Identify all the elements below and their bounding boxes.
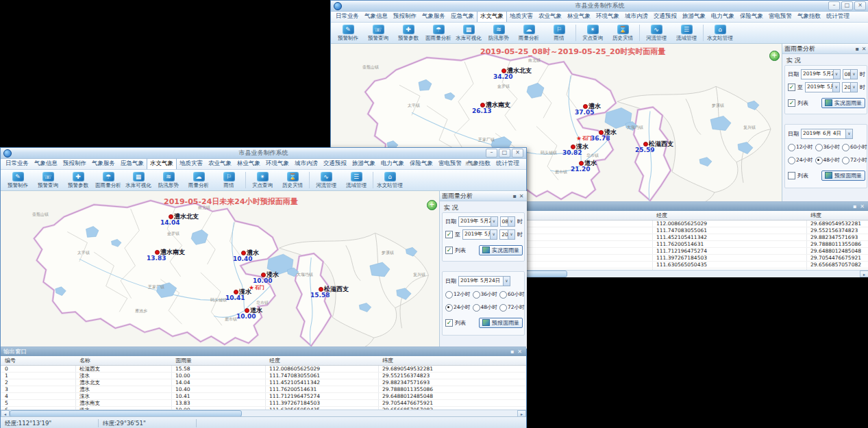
forecast-date-select[interactable]: 2019年 5月24日∨ — [458, 276, 510, 286]
table-row[interactable]: 1溇水10.00111.74708305506129.552156374823 — [1, 373, 526, 379]
toolbar-button-1[interactable]: ✎预警制作 — [333, 25, 363, 42]
start-hour-select[interactable]: 08∨ — [843, 69, 858, 79]
tab-6[interactable]: 水文气象 — [477, 12, 507, 22]
tab-12[interactable]: 交通预报 — [651, 12, 680, 22]
map-layer-button[interactable]: + — [427, 200, 437, 210]
toolbar-button-5[interactable]: ▦水库可视化 — [123, 172, 153, 189]
toolbar-button-9[interactable]: ✴灾点查询 — [247, 172, 277, 189]
end-hour-select[interactable]: 20∨ — [499, 229, 515, 240]
tab-15[interactable]: 保险气象 — [737, 12, 766, 22]
toolbar-button-6[interactable]: ≋防汛形势 — [484, 25, 514, 42]
list-checkbox[interactable] — [788, 99, 795, 107]
to-checkbox[interactable] — [445, 231, 453, 238]
tab-15[interactable]: 保险气象 — [407, 159, 436, 169]
close-icon[interactable]: ✕ — [518, 193, 525, 199]
toolbar-button-4[interactable]: ☂面雨量分析 — [423, 25, 454, 42]
toolbar-button-11[interactable]: ∿河流管理 — [311, 172, 341, 189]
minimize-button[interactable]: – — [828, 1, 840, 10]
actual-rainfall-button[interactable]: 实况面雨量 — [821, 98, 865, 108]
tab-8[interactable]: 农业气象 — [206, 159, 234, 169]
end-hour-select[interactable]: 20∨ — [842, 82, 858, 92]
pin-icon[interactable]: ▪ — [851, 203, 858, 210]
toolbar-button-7[interactable]: ☁雨量分析 — [514, 25, 544, 42]
table-row[interactable]: 0松滋西支15.58112.00860562502929.68905495322… — [1, 366, 526, 373]
tab-9[interactable]: 林业气象 — [565, 12, 593, 22]
close-icon[interactable]: ✕ — [858, 203, 866, 210]
tab-10[interactable]: 环境气象 — [593, 12, 622, 22]
tab-13[interactable]: 旅游气象 — [680, 12, 708, 22]
toolbar-button-2[interactable]: ☏预警查询 — [363, 25, 393, 42]
maximize-button[interactable]: □ — [841, 1, 853, 10]
close-button[interactable]: × — [512, 149, 523, 158]
tab-2[interactable]: 气象信息 — [32, 159, 60, 169]
tab-4[interactable]: 气象服务 — [419, 12, 448, 22]
toolbar-button-2[interactable]: ☏预警查询 — [33, 172, 63, 189]
end-date-select[interactable]: 2019年 5月25日∨ — [462, 229, 497, 240]
toolbar-button-7[interactable]: ☁雨量分析 — [184, 172, 214, 189]
start-hour-select[interactable]: 08∨ — [500, 216, 515, 227]
toolbar-button-10[interactable]: ⌛历史灾情 — [277, 172, 308, 189]
toolbar-button-13[interactable]: ⌂水文站管理 — [375, 172, 405, 189]
toolbar-button-5[interactable]: ▦水库可视化 — [454, 25, 484, 42]
pin-icon[interactable]: ▪ — [508, 349, 516, 355]
map-canvas[interactable]: 壶瓶山镇南北镇太平镇金罗镇王家厂镇大堰垱镇梦溪镇复兴镇码头铺镇磨市镇皂市镇雁池乡… — [1, 191, 439, 349]
toolbar-button-8[interactable]: ⚐雨情 — [544, 25, 574, 42]
toolbar-button-11[interactable]: ∿河流管理 — [641, 25, 671, 42]
tab-17[interactable]: 气象指数 — [795, 12, 823, 22]
end-date-select[interactable]: 2019年 5月25日∨ — [805, 82, 840, 92]
tab-7[interactable]: 地质灾害 — [507, 12, 536, 22]
forecast-date-select[interactable]: 2019年 6月 4日∨ — [801, 129, 853, 139]
duration-option[interactable]: 24小时 — [788, 157, 813, 164]
duration-option[interactable]: 48小时 — [815, 157, 841, 164]
tab-8[interactable]: 农业气象 — [536, 12, 565, 22]
duration-option[interactable]: 24小时 — [445, 304, 471, 312]
duration-option[interactable]: 72小时 — [499, 304, 525, 312]
table-row[interactable]: 3澧水10.40111.7620051463129.7888011355086 — [1, 386, 526, 393]
tab-11[interactable]: 城市内涝 — [622, 12, 651, 22]
duration-option[interactable]: 72小时 — [842, 157, 867, 164]
start-date-select[interactable]: 2019年 5月25日∨ — [458, 216, 498, 227]
list-checkbox[interactable] — [788, 172, 795, 179]
duration-option[interactable]: 60小时 — [499, 291, 525, 299]
tab-18[interactable]: 统计管理 — [823, 12, 852, 22]
pin-icon[interactable]: ▪ — [511, 193, 518, 199]
toolbar-button-3[interactable]: ✚预警参数 — [63, 172, 93, 189]
duration-option[interactable]: 36小时 — [473, 291, 498, 299]
tab-4[interactable]: 气象服务 — [89, 159, 118, 169]
toolbar-button-8[interactable]: ⚐雨情 — [214, 172, 244, 189]
duration-option[interactable]: 60小时 — [842, 144, 867, 151]
table-row[interactable]: 5澧水南支13.83111.39726718450329.70544766759… — [1, 400, 526, 407]
tab-12[interactable]: 交通预报 — [321, 159, 349, 169]
pin-icon[interactable]: ▪ — [854, 46, 860, 52]
tab-6[interactable]: 水文气象 — [147, 159, 177, 169]
tab-16[interactable]: 雷电预警 — [436, 159, 464, 169]
tab-5[interactable]: 应急气象 — [448, 12, 477, 22]
duration-option[interactable]: 36小时 — [815, 144, 841, 151]
close-icon[interactable]: ✕ — [860, 46, 867, 52]
start-date-select[interactable]: 2019年 5月25日∨ — [801, 69, 841, 79]
tab-5[interactable]: 应急气象 — [118, 159, 147, 169]
tab-14[interactable]: 电力气象 — [378, 159, 407, 169]
toolbar-button-3[interactable]: ✚预警参数 — [393, 25, 423, 42]
tab-3[interactable]: 预报制作 — [60, 159, 89, 169]
minimize-button[interactable]: – — [486, 149, 497, 158]
titlebar[interactable]: 市县业务制作系统 – □ × — [331, 1, 868, 12]
maximize-button[interactable]: □ — [499, 149, 510, 158]
toolbar-button-10[interactable]: ⌛历史灾情 — [608, 25, 638, 42]
duration-option[interactable]: 12小时 — [445, 291, 471, 299]
map-layer-button[interactable]: + — [769, 51, 780, 61]
table-row[interactable]: 4渫水10.41111.71219647527429.6488012485048 — [1, 393, 526, 400]
scroll-right-button[interactable]: ▸ — [860, 270, 868, 277]
list-checkbox[interactable] — [445, 247, 453, 254]
toolbar-button-1[interactable]: ✎预警制作 — [3, 172, 33, 189]
tab-9[interactable]: 林业气象 — [234, 159, 263, 169]
list-checkbox[interactable] — [445, 319, 453, 327]
to-checkbox[interactable] — [788, 84, 795, 91]
toolbar-button-9[interactable]: ✴灾点查询 — [578, 25, 608, 42]
forecast-rainfall-button[interactable]: 预报面雨量 — [821, 171, 865, 181]
tab-16[interactable]: 雷电预警 — [766, 12, 795, 22]
tab-13[interactable]: 旅游气象 — [349, 159, 378, 169]
actual-rainfall-button[interactable]: 实况面雨量 — [479, 245, 523, 255]
duration-option[interactable]: 48小时 — [473, 304, 498, 312]
tab-14[interactable]: 电力气象 — [708, 12, 737, 22]
